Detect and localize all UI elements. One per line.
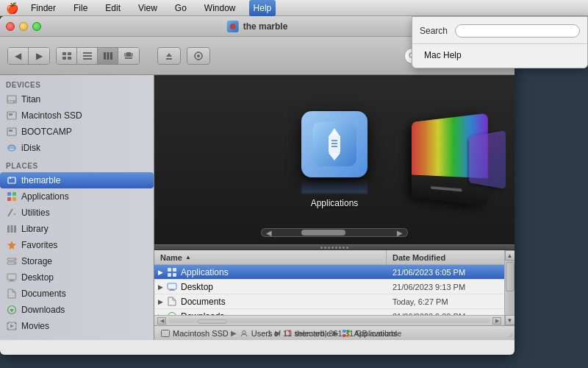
svg-rect-8 bbox=[104, 52, 106, 60]
sidebar-item-bootcamp[interactable]: BOOTCAMP bbox=[0, 124, 154, 140]
menubar-help[interactable]: Help bbox=[249, 0, 276, 16]
apple-menu[interactable]: 🍎 bbox=[6, 2, 18, 14]
col-header-date[interactable]: Date Modified bbox=[387, 250, 504, 264]
vscroll-track[interactable] bbox=[505, 261, 514, 315]
coverflow-icons: Applications bbox=[154, 75, 514, 244]
table-row[interactable]: ▶ Documents Today, 6:27 PM bbox=[154, 294, 504, 309]
sidebar-item-movies[interactable]: Movies bbox=[0, 318, 154, 334]
expand-arrow[interactable]: ▶ bbox=[154, 283, 166, 291]
vscroll-down-arrow[interactable]: ▼ bbox=[505, 315, 515, 325]
table-row[interactable]: ▶ Downloads 21/06/2023 9:29 PM bbox=[154, 309, 504, 315]
forward-button[interactable]: ▶ bbox=[29, 48, 49, 64]
sidebar-item-titan[interactable]: Titan bbox=[0, 91, 154, 107]
menubar-window[interactable]: Window bbox=[200, 0, 240, 16]
sidebar-item-documents[interactable]: Documents bbox=[0, 286, 154, 302]
table-row[interactable]: ▶ Desktop 21/06/2023 9:13 PM bbox=[154, 280, 504, 294]
eject-button[interactable] bbox=[157, 47, 181, 65]
maximize-button[interactable] bbox=[32, 22, 41, 31]
svg-rect-69 bbox=[168, 268, 171, 272]
view-icon-button[interactable] bbox=[57, 48, 77, 64]
sidebar-label-themarble: themarble bbox=[21, 175, 60, 185]
help-search-row: Search bbox=[412, 21, 587, 40]
movies-icon bbox=[6, 320, 18, 332]
expand-arrow[interactable]: ▶ bbox=[154, 269, 166, 276]
svg-rect-36 bbox=[7, 192, 11, 196]
storage-icon bbox=[6, 255, 18, 267]
coverflow-scrollbar[interactable]: ◀ ▶ bbox=[261, 228, 408, 237]
file-list-header: Name ▲ Date Modified bbox=[154, 250, 504, 265]
svg-rect-6 bbox=[83, 55, 92, 57]
sidebar-item-storage[interactable]: Storage bbox=[0, 253, 154, 269]
sidebar-item-favorites[interactable]: Favorites bbox=[0, 237, 154, 253]
menubar-view[interactable]: View bbox=[134, 0, 162, 16]
minimize-button[interactable] bbox=[19, 22, 28, 31]
svg-rect-82 bbox=[162, 330, 170, 336]
file-name-applications: Applications bbox=[181, 267, 387, 277]
window-icon bbox=[227, 21, 239, 32]
apps-sidebar-icon bbox=[6, 191, 18, 202]
view-list-button[interactable] bbox=[77, 48, 98, 64]
svg-rect-9 bbox=[107, 52, 109, 60]
back-button[interactable]: ◀ bbox=[8, 48, 29, 64]
resize-corner[interactable] bbox=[504, 328, 514, 339]
sidebar-item-idisk[interactable]: iDisk bbox=[0, 140, 154, 156]
path-macintosh-ssd[interactable]: Macintosh SSD bbox=[173, 329, 229, 338]
col-header-name[interactable]: Name ▲ bbox=[154, 250, 387, 264]
vscroll-up-arrow[interactable]: ▲ bbox=[505, 250, 515, 261]
cover-flow[interactable]: Applications ◀ ▶ bbox=[154, 75, 514, 244]
coverflow-left-arrow[interactable]: ◀ bbox=[266, 229, 272, 237]
cf-divider[interactable] bbox=[154, 244, 514, 250]
menubar-finder[interactable]: Finder bbox=[26, 0, 60, 16]
svg-rect-12 bbox=[124, 53, 126, 57]
sidebar-item-macintosh-ssd[interactable]: Macintosh SSD bbox=[0, 107, 154, 124]
sidebar-item-utilities[interactable]: Utilities bbox=[0, 205, 154, 221]
coverflow-center-item[interactable]: Applications bbox=[301, 111, 368, 208]
path-macintosh-ssd-icon bbox=[160, 328, 171, 339]
svg-rect-51 bbox=[10, 280, 13, 281]
sidebar-item-themarble[interactable]: themarble bbox=[0, 172, 154, 188]
hscroll-left-arrow[interactable]: ◀ bbox=[157, 317, 166, 325]
svg-line-40 bbox=[8, 209, 12, 216]
downloads-icon bbox=[6, 304, 18, 316]
menubar-file[interactable]: File bbox=[69, 0, 92, 16]
svg-rect-64 bbox=[329, 135, 340, 153]
svg-rect-37 bbox=[12, 192, 16, 196]
hscroll-thumb[interactable] bbox=[198, 319, 227, 324]
traffic-lights bbox=[6, 22, 41, 31]
menubar: 🍎 Finder File Edit View Go Window Help S… bbox=[0, 0, 588, 16]
help-search-input[interactable] bbox=[455, 24, 580, 38]
expand-arrow[interactable]: ▶ bbox=[154, 298, 166, 305]
svg-rect-1 bbox=[62, 52, 66, 55]
svg-rect-3 bbox=[62, 57, 66, 60]
coverflow-thumb[interactable] bbox=[301, 230, 345, 236]
vertical-scrollbar[interactable]: ▲ ▼ bbox=[504, 250, 514, 325]
svg-rect-74 bbox=[171, 289, 173, 290]
view-column-button[interactable] bbox=[98, 48, 118, 64]
sidebar-item-desktop[interactable]: Desktop bbox=[0, 269, 154, 286]
svg-rect-25 bbox=[7, 96, 16, 103]
file-horizontal-scrollbar[interactable]: ◀ ▶ bbox=[154, 315, 504, 325]
menubar-go[interactable]: Go bbox=[171, 0, 191, 16]
sidebar-label-bootcamp: BOOTCAMP bbox=[21, 127, 72, 137]
svg-rect-35 bbox=[10, 177, 11, 179]
svg-rect-38 bbox=[7, 197, 11, 201]
file-date-documents: Today, 6:27 PM bbox=[387, 297, 504, 306]
coverflow-right-arrow[interactable]: ▶ bbox=[397, 229, 403, 237]
file-date-applications: 21/06/2023 6:05 PM bbox=[387, 268, 504, 277]
file-name-documents: Documents bbox=[181, 297, 387, 307]
view-coverflow-button[interactable] bbox=[118, 48, 139, 64]
apps-coverflow-icon bbox=[301, 111, 368, 177]
action-button[interactable] bbox=[187, 47, 210, 65]
utilities-icon bbox=[6, 207, 18, 219]
hscroll-right-arrow[interactable]: ▶ bbox=[492, 317, 501, 325]
menubar-edit[interactable]: Edit bbox=[101, 0, 125, 16]
close-button[interactable] bbox=[6, 22, 15, 31]
help-mac-help[interactable]: Mac Help bbox=[412, 47, 587, 63]
table-row[interactable]: ▶ Applications 21/06/2023 6:05 PM bbox=[154, 265, 504, 280]
vscroll-thumb[interactable] bbox=[506, 262, 514, 291]
sidebar-item-applications[interactable]: Applications bbox=[0, 188, 154, 205]
sidebar-item-downloads[interactable]: Downloads bbox=[0, 302, 154, 318]
svg-rect-14 bbox=[125, 57, 132, 59]
svg-rect-7 bbox=[83, 58, 92, 60]
sidebar-item-library[interactable]: Library bbox=[0, 221, 154, 237]
